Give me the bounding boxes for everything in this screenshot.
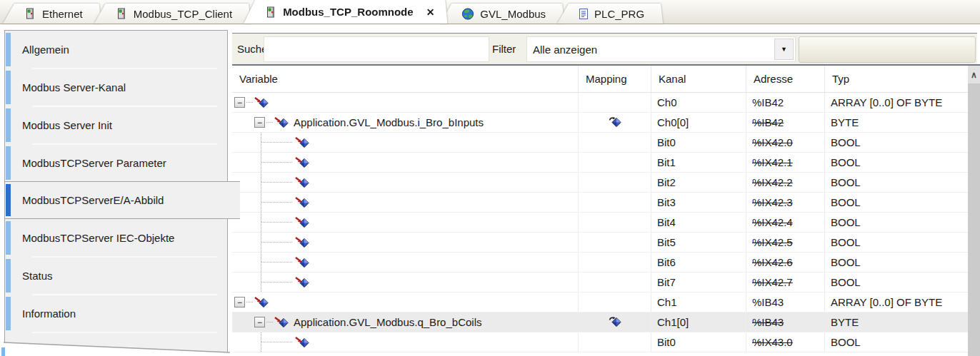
sidebar-item-label: ModbusTCPServer Parameter (22, 157, 166, 169)
table-row[interactable]: Bit0%IX43.0BOOL (232, 332, 968, 352)
search-input[interactable] (264, 36, 489, 62)
io-variable-icon (274, 117, 289, 128)
cell-typ: BOOL (825, 133, 968, 152)
cell-adresse: %IB42 (746, 93, 825, 112)
table-row[interactable]: Bit2%IX42.2BOOL (232, 173, 968, 193)
table-row[interactable]: Bit1%IX42.1BOOL (232, 153, 968, 173)
tab-plc-prg[interactable]: PLC_PRG (557, 4, 663, 24)
tree-dots (266, 122, 273, 123)
cell-mapping (579, 273, 651, 292)
tree-connector (261, 173, 295, 192)
cell-variable (232, 133, 579, 152)
cell-typ: BYTE (825, 312, 968, 332)
cell-kanal: Bit0 (651, 133, 746, 152)
column-header-kanal[interactable]: Kanal (651, 66, 746, 92)
cell-variable (232, 193, 579, 212)
table-row[interactable]: Bit5%IX42.5BOOL (232, 233, 968, 253)
cell-variable (232, 332, 579, 352)
table-row[interactable]: −Application.GVL_Modbus.i_Bro_bInputsCh0… (232, 113, 968, 133)
scrollbar-thumb[interactable] (968, 83, 980, 356)
cell-variable (232, 173, 579, 192)
cell-adresse: %IX43.0 (746, 332, 825, 352)
variable-name: Application.GVL_Modbus.i_Bro_bInputs (294, 116, 484, 128)
sidebar-item-allgemein[interactable]: Allgemein (5, 31, 227, 68)
sidebar-item-label: Status (22, 270, 53, 282)
tree-expander[interactable]: − (254, 117, 265, 128)
cell-variable (232, 153, 579, 172)
device-toolbar: Suche Filter Alle anzeigen ▼ (232, 33, 977, 64)
io-variable-icon (295, 257, 309, 268)
table-row[interactable]: Bit0%IX42.0BOOL (232, 133, 968, 153)
adresse-value: %IX42.3 (752, 196, 793, 208)
cell-adresse: %IX42.5 (746, 233, 825, 252)
column-header-mapping[interactable]: Mapping (579, 66, 651, 92)
sidebar-item-label: Modbus Server-Kanal (22, 81, 126, 93)
cell-typ: BYTE (825, 113, 968, 132)
table-row[interactable]: Bit4%IX42.4BOOL (232, 213, 968, 233)
table-row[interactable]: −Ch1%IB43ARRAY [0..0] OF BYTE (232, 293, 968, 312)
tree-connector (261, 273, 295, 292)
io-variable-icon (274, 317, 289, 328)
table-row[interactable]: Bit3%IX42.3BOOL (232, 193, 968, 213)
cell-adresse: %IX42.0 (746, 133, 825, 152)
table-row[interactable]: Bit7%IX42.7BOOL (232, 273, 968, 293)
tree-connector (261, 332, 295, 352)
table-row[interactable]: −Ch0%IB42ARRAY [0..0] OF BYTE (232, 93, 968, 113)
cell-kanal: Bit6 (651, 253, 746, 272)
scroll-up-button[interactable]: ∧ (968, 66, 980, 83)
table-row[interactable]: Bit6%IX42.6BOOL (232, 253, 968, 273)
sidebar-item-modbus-server-kanal[interactable]: Modbus Server-Kanal (5, 68, 227, 106)
sidebar-item-status[interactable]: Status (5, 257, 227, 295)
io-variable-icon (254, 97, 269, 108)
sidebar-item-modbus-server-init[interactable]: Modbus Server Init (5, 106, 227, 144)
sidebar-item-information[interactable]: Information (5, 295, 227, 332)
cell-adresse: %IX42.1 (746, 153, 825, 172)
tree-connector (261, 133, 295, 152)
io-variable-icon (295, 337, 309, 348)
table-row[interactable]: −Application.GVL_Modbus.q_Bro_bCoilsCh1[… (232, 312, 968, 332)
cell-variable (232, 253, 579, 272)
tab-close-button[interactable]: ✕ (425, 6, 436, 18)
tree-dots (246, 102, 253, 103)
sidebar-item-modbustcpserver-iec-objekte[interactable]: ModbusTCPServer IEC-Objekte (5, 219, 227, 257)
tab-modbus-tcp-roomnode[interactable]: Modbus_TCP_Roomnode✕ (244, 0, 447, 24)
sidebar-item-modbustcpservere-a-abbild[interactable]: ModbusTCPServerE/A-Abbild (5, 181, 240, 219)
tab-label: Ethernet (42, 8, 83, 20)
cell-mapping (579, 113, 651, 132)
filter-combobox[interactable]: Alle anzeigen ▼ (526, 36, 796, 62)
cell-mapping (579, 173, 651, 192)
cell-adresse: %IB43 (746, 312, 825, 332)
cell-mapping (579, 253, 651, 272)
tree-expander[interactable]: − (254, 317, 265, 327)
column-header-typ[interactable]: Typ (825, 66, 968, 92)
table-scrollbar[interactable]: ∧ (968, 66, 980, 356)
cell-adresse: %IX42.2 (746, 173, 825, 192)
device-icon (116, 8, 128, 19)
cell-kanal: Ch1[0] (651, 312, 746, 332)
cell-adresse: %IX42.3 (746, 193, 825, 212)
tab-modbus-tcp-client[interactable]: Modbus_TCP_Client (94, 4, 251, 24)
cell-adresse: %IB43 (746, 293, 825, 312)
sidebar-item-label: ModbusTCPServerE/A-Abbild (22, 194, 164, 206)
cell-typ: BOOL (825, 173, 968, 192)
tab-ethernet[interactable]: Ethernet (3, 4, 101, 24)
column-header-variable[interactable]: Variable (232, 66, 579, 92)
chevron-down-icon: ▼ (781, 46, 787, 53)
column-header-adresse[interactable]: Adresse (746, 66, 825, 92)
tree-expander[interactable]: − (234, 97, 245, 108)
cell-mapping (579, 293, 651, 312)
cell-variable: −Application.GVL_Modbus.i_Bro_bInputs (232, 113, 579, 132)
table-header: Variable Mapping Kanal Adresse Typ (232, 66, 968, 93)
cell-typ: ARRAY [0..0] OF BYTE (825, 293, 968, 312)
adresse-value: %IX43.0 (752, 336, 793, 348)
filter-dropdown-button[interactable]: ▼ (774, 39, 794, 60)
sidebar-item-modbustcpserver-parameter[interactable]: ModbusTCPServer Parameter (5, 144, 227, 182)
cell-mapping (579, 332, 651, 352)
tab-gvl-modbus[interactable]: GVL_Modbus (440, 4, 564, 24)
toolbar-extra-button[interactable] (799, 36, 976, 63)
sidebar: AllgemeinModbus Server-KanalModbus Serve… (4, 30, 228, 354)
cell-typ: BOOL (825, 253, 968, 272)
document-tabbar: EthernetModbus_TCP_ClientModbus_TCP_Room… (0, 0, 980, 24)
tree-expander[interactable]: − (234, 297, 245, 307)
tree-dots (266, 322, 273, 322)
